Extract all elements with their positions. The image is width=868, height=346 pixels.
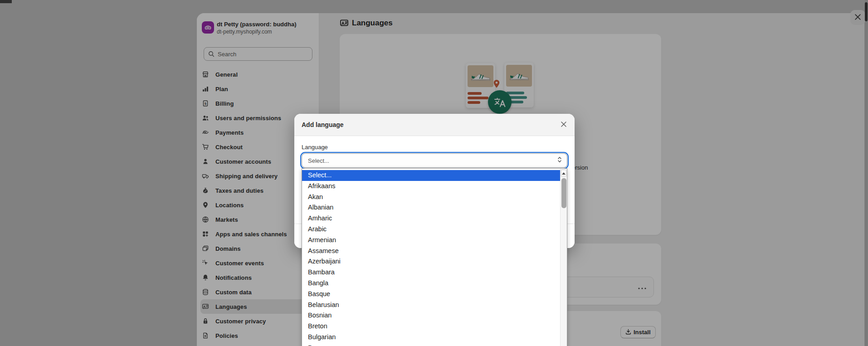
close-icon xyxy=(561,121,567,129)
modal-header: Add language xyxy=(294,114,575,136)
language-option-amharic[interactable]: Amharic xyxy=(302,213,560,224)
language-option-belarusian[interactable]: Belarusian xyxy=(302,300,560,311)
language-option-arabic[interactable]: Arabic xyxy=(302,224,560,235)
language-option-akan[interactable]: Akan xyxy=(302,192,560,203)
dropdown-scrollbar-thumb[interactable] xyxy=(561,178,566,208)
select-chevrons-icon xyxy=(557,156,562,165)
language-option-bosnian[interactable]: Bosnian xyxy=(302,310,560,321)
scroll-up-button[interactable] xyxy=(561,170,566,177)
settings-dialog-screen: db dt Petty (password: buddha) dt-petty.… xyxy=(0,0,868,346)
select-value: Select... xyxy=(308,157,329,164)
language-option-bulgarian[interactable]: Bulgarian xyxy=(302,332,560,343)
language-option-breton[interactable]: Breton xyxy=(302,321,560,332)
language-option-armenian[interactable]: Armenian xyxy=(302,235,560,246)
language-option-select[interactable]: Select... xyxy=(302,170,560,181)
language-select[interactable]: Select... xyxy=(302,153,567,168)
modal-close-button[interactable] xyxy=(557,118,570,131)
language-option-bambara[interactable]: Bambara xyxy=(302,267,560,278)
language-option-assamese[interactable]: Assamese xyxy=(302,246,560,257)
language-option-burmese[interactable]: Burmese xyxy=(302,343,560,346)
dropdown-scrollbar[interactable] xyxy=(560,169,567,346)
language-option-albanian[interactable]: Albanian xyxy=(302,202,560,213)
language-option-bangla[interactable]: Bangla xyxy=(302,278,560,289)
language-option-azerbaijani[interactable]: Azerbaijani xyxy=(302,256,560,267)
modal-title: Add language xyxy=(302,121,344,128)
language-options-list: Select...AfrikaansAkanAlbanianAmharicAra… xyxy=(302,169,567,346)
language-field-label: Language xyxy=(302,144,328,151)
language-option-afrikaans[interactable]: Afrikaans xyxy=(302,181,560,192)
language-option-basque[interactable]: Basque xyxy=(302,289,560,300)
language-dropdown: Select...AfrikaansAkanAlbanianAmharicAra… xyxy=(302,168,567,346)
